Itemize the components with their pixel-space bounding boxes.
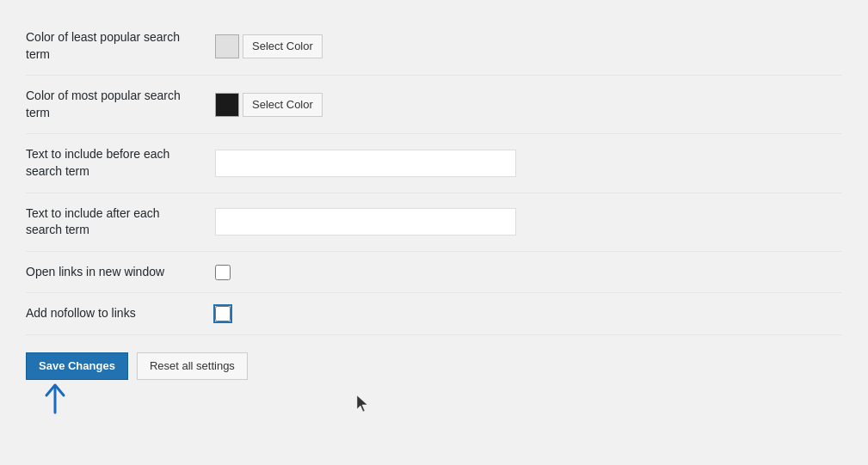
least-popular-color-row: Color of least popular search term Selec… <box>26 17 842 76</box>
text-after-row: Text to include after each search term <box>26 193 842 252</box>
least-popular-select-color-button[interactable]: Select Color <box>243 34 323 58</box>
open-links-control <box>215 265 842 280</box>
text-before-input[interactable] <box>215 150 516 177</box>
least-popular-color-swatch[interactable] <box>215 34 239 58</box>
least-popular-color-control: Select Color <box>215 34 842 58</box>
cursor <box>357 395 371 415</box>
reset-all-settings-button[interactable]: Reset all settings <box>137 352 248 380</box>
most-popular-color-control: Select Color <box>215 93 842 117</box>
text-before-control <box>215 150 842 177</box>
text-after-input[interactable] <box>215 208 516 236</box>
most-popular-color-swatch[interactable] <box>215 93 239 117</box>
text-after-control <box>215 208 842 236</box>
nofollow-checkbox[interactable] <box>215 306 231 321</box>
least-popular-color-label: Color of least popular search term <box>26 29 215 63</box>
buttons-row: Save Changes Reset all settings <box>26 335 842 389</box>
arrow-icon <box>41 380 69 414</box>
arrow-indicator <box>41 380 69 417</box>
most-popular-select-color-button[interactable]: Select Color <box>243 93 323 117</box>
nofollow-control <box>215 306 842 321</box>
most-popular-color-row: Color of most popular search term Select… <box>26 76 842 134</box>
save-changes-button[interactable]: Save Changes <box>26 352 128 380</box>
nofollow-row: Add nofollow to links <box>26 293 842 335</box>
text-before-label: Text to include before each search term <box>26 146 215 180</box>
text-after-label: Text to include after each search term <box>26 205 215 239</box>
open-links-checkbox[interactable] <box>215 265 231 280</box>
nofollow-label: Add nofollow to links <box>26 305 215 322</box>
open-links-label: Open links in new window <box>26 264 215 281</box>
most-popular-color-label: Color of most popular search term <box>26 88 215 121</box>
open-links-row: Open links in new window <box>26 252 842 294</box>
text-before-row: Text to include before each search term <box>26 134 842 193</box>
